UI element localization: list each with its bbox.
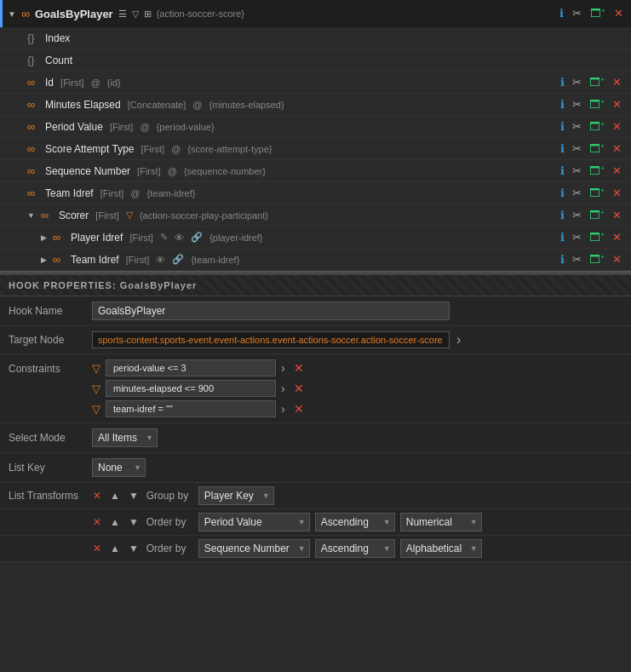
delete-id-button[interactable]: ✕ bbox=[610, 75, 624, 89]
cut-team2-button[interactable]: ✂ bbox=[570, 252, 584, 267]
order1-sort-dropdown[interactable]: Numerical Alphabetical bbox=[400, 513, 482, 531]
constraint-block: ▽ period-value <= 3 › ✕ ▽ minutes-elapse… bbox=[92, 359, 622, 417]
add-team-button[interactable]: 🗖+ bbox=[587, 186, 607, 200]
order1-remove-button[interactable]: ✕ bbox=[90, 515, 104, 529]
order2-down-button[interactable]: ▼ bbox=[126, 542, 141, 555]
at-id: @ bbox=[89, 78, 100, 88]
order1-value-dropdown[interactable]: Period Value Sequence Number Minutes Ela… bbox=[198, 513, 310, 531]
constraint-text-c1: period-value <= 3 bbox=[106, 359, 276, 376]
target-node-arrow[interactable]: › bbox=[456, 332, 461, 347]
row-index: {} Index bbox=[0, 27, 631, 49]
info-sequence-button[interactable]: ℹ bbox=[558, 164, 567, 178]
cut-player-button[interactable]: ✂ bbox=[570, 230, 584, 244]
at-minutes: @ bbox=[190, 100, 202, 110]
header-grid-icon: ⊞ bbox=[144, 9, 152, 20]
group-down-button[interactable]: ▼ bbox=[126, 489, 141, 503]
label-team: Team Idref bbox=[45, 187, 94, 199]
cut-id-button[interactable]: ✂ bbox=[570, 75, 584, 89]
add-button[interactable]: 🗖+ bbox=[588, 6, 608, 20]
constraint-arrow-c3[interactable]: › bbox=[281, 402, 285, 416]
add-scorer-button[interactable]: 🗖+ bbox=[587, 208, 607, 222]
info-period-button[interactable]: ℹ bbox=[558, 119, 567, 134]
delete-sequence-button[interactable]: ✕ bbox=[610, 164, 624, 178]
delete-score-button[interactable]: ✕ bbox=[610, 141, 624, 156]
group-by-value-dropdown[interactable]: Player Key Team Key None bbox=[198, 486, 274, 505]
cut-scorer-button[interactable]: ✂ bbox=[570, 208, 584, 222]
info-player-button[interactable]: ℹ bbox=[558, 230, 567, 244]
label-player: Player Idref bbox=[71, 232, 123, 244]
cut-period-button[interactable]: ✂ bbox=[570, 119, 584, 134]
hook-name-input[interactable] bbox=[92, 302, 450, 320]
group-remove-button[interactable]: ✕ bbox=[90, 489, 104, 503]
link-icon-team2: 🔗 bbox=[169, 254, 184, 265]
cut-team-button[interactable]: ✂ bbox=[570, 186, 584, 200]
order2-dir-dropdown[interactable]: Ascending Descending bbox=[315, 539, 395, 558]
order2-transform-actions: ✕ ▲ ▼ bbox=[90, 542, 141, 555]
cut-sequence-button[interactable]: ✂ bbox=[570, 164, 584, 178]
order2-up-button[interactable]: ▲ bbox=[107, 542, 123, 555]
constraint-remove-c3[interactable]: ✕ bbox=[290, 402, 307, 416]
constraint-arrow-c2[interactable]: › bbox=[281, 382, 285, 395]
info-scorer-button[interactable]: ℹ bbox=[558, 208, 567, 222]
loop-icon-sequence: ∞ bbox=[27, 164, 41, 177]
collapse-arrow[interactable]: ▼ bbox=[8, 9, 16, 19]
delete-minutes-button[interactable]: ✕ bbox=[610, 97, 624, 112]
list-key-dropdown[interactable]: None Id Name bbox=[92, 458, 146, 477]
row-sequence: ∞ Sequence Number [First] @ {sequence-nu… bbox=[0, 160, 631, 182]
info-button[interactable]: ℹ bbox=[557, 6, 566, 20]
constraint-arrow-c1[interactable]: › bbox=[281, 361, 285, 375]
info-id-button[interactable]: ℹ bbox=[558, 75, 567, 89]
label-score: Score Attempt Type bbox=[45, 143, 135, 155]
label-index: Index bbox=[45, 32, 70, 44]
cut-score-button[interactable]: ✂ bbox=[570, 141, 584, 156]
cut-minutes-button[interactable]: ✂ bbox=[570, 97, 584, 112]
label-sequence: Sequence Number bbox=[45, 165, 130, 177]
player-collapse-tri[interactable]: ▶ bbox=[41, 233, 47, 242]
order1-down-button[interactable]: ▼ bbox=[126, 515, 141, 529]
info-minutes-button[interactable]: ℹ bbox=[558, 97, 567, 112]
delete-scorer-button[interactable]: ✕ bbox=[610, 208, 624, 222]
order2-value-dropdown[interactable]: Period Value Sequence Number Minutes Ela… bbox=[198, 539, 310, 558]
add-sequence-button[interactable]: 🗖+ bbox=[587, 164, 607, 178]
modifier-minutes: [Concatenate] bbox=[125, 100, 186, 110]
filter-icon-c2: ▽ bbox=[92, 382, 100, 395]
delete-team2-button[interactable]: ✕ bbox=[610, 252, 624, 267]
scorer-collapse-tri[interactable]: ▼ bbox=[27, 211, 35, 220]
delete-team-button[interactable]: ✕ bbox=[610, 186, 624, 200]
order2-remove-button[interactable]: ✕ bbox=[90, 542, 104, 555]
order1-up-button[interactable]: ▲ bbox=[107, 515, 123, 529]
info-team2-button[interactable]: ℹ bbox=[558, 252, 567, 267]
order1-sort-wrapper: Numerical Alphabetical bbox=[400, 513, 482, 531]
select-mode-dropdown[interactable]: All Items First Last Random bbox=[92, 428, 158, 447]
add-minutes-button[interactable]: 🗖+ bbox=[587, 97, 607, 112]
team2-collapse-tri[interactable]: ▶ bbox=[41, 256, 47, 264]
delete-button[interactable]: ✕ bbox=[611, 6, 626, 20]
delete-player-button[interactable]: ✕ bbox=[610, 230, 624, 244]
order2-value-wrapper: Period Value Sequence Number Minutes Ela… bbox=[198, 539, 310, 558]
order2-sort-dropdown[interactable]: Numerical Alphabetical bbox=[400, 539, 482, 558]
label-minutes: Minutes Elapsed bbox=[45, 99, 121, 111]
constraint-remove-c1[interactable]: ✕ bbox=[290, 361, 307, 375]
add-player-button[interactable]: 🗖+ bbox=[587, 230, 607, 244]
add-period-button[interactable]: 🗖+ bbox=[587, 119, 607, 134]
hook-name-row: Hook Name bbox=[0, 296, 631, 326]
row-team-idref-2: ▶ ∞ Team Idref [First] 👁 🔗 {team-idref} … bbox=[0, 249, 631, 271]
group-up-button[interactable]: ▲ bbox=[107, 489, 123, 503]
add-score-button[interactable]: 🗖+ bbox=[587, 141, 607, 156]
delete-period-button[interactable]: ✕ bbox=[610, 119, 624, 134]
loop-icon-minutes: ∞ bbox=[27, 98, 41, 111]
path-period: {period-value} bbox=[154, 122, 215, 132]
cut-button[interactable]: ✂ bbox=[570, 6, 584, 20]
add-team2-button[interactable]: 🗖+ bbox=[587, 252, 607, 267]
add-id-button[interactable]: 🗖+ bbox=[587, 75, 607, 89]
bottom-panel: HOOK PROPERTIES: GoalsByPlayer Hook Name… bbox=[0, 273, 631, 562]
order1-dir-dropdown[interactable]: Ascending Descending bbox=[315, 513, 395, 531]
target-node-row: Target Node sports-content.sports-event.… bbox=[0, 326, 631, 354]
actions-team2: ℹ ✂ 🗖+ ✕ bbox=[558, 252, 624, 267]
path-minutes: {minutes-elapsed} bbox=[207, 100, 284, 110]
select-mode-label: Select Mode bbox=[9, 432, 85, 444]
constraint-remove-c2[interactable]: ✕ bbox=[290, 382, 307, 395]
info-score-button[interactable]: ℹ bbox=[558, 141, 567, 156]
loop-icon-team2: ∞ bbox=[53, 253, 66, 266]
info-team-button[interactable]: ℹ bbox=[558, 186, 567, 200]
